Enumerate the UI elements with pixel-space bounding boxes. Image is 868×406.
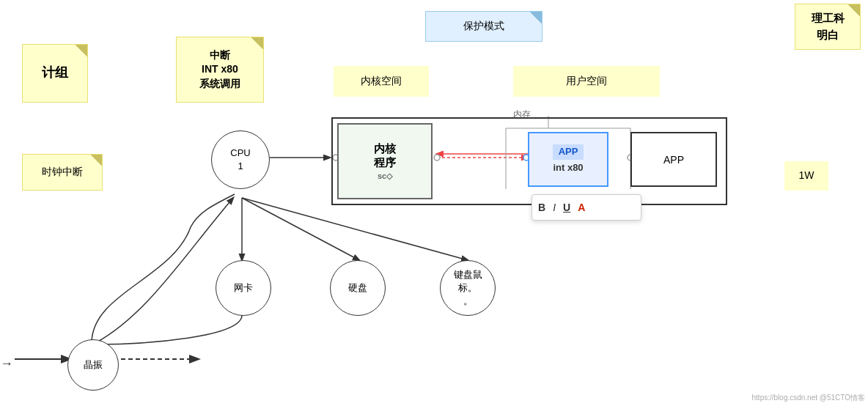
protect-mode-note: 保护模式 <box>425 11 542 42</box>
clock-interrupt-note: 时钟中断 <box>22 154 103 191</box>
kernel-space-note: 内核空间 <box>334 66 429 97</box>
color-button[interactable]: A <box>578 202 585 213</box>
underline-button[interactable]: U <box>563 202 570 213</box>
harddisk-circle: 硬盘 <box>330 260 386 316</box>
svg-line-15 <box>242 198 468 260</box>
keyboard-circle: 键盘鼠 标。 。 <box>440 260 496 316</box>
app-selected-box[interactable]: APP int x80 <box>528 132 608 187</box>
bold-button[interactable]: B <box>538 202 545 213</box>
label-1w: 1W <box>784 161 828 191</box>
jizhong-note: 计组 <box>22 44 88 103</box>
cpu-circle: CPU1 <box>211 130 270 189</box>
text-toolbar: B I U A <box>532 194 641 221</box>
kernel-program-box: 内核程序 sc◇ <box>337 123 433 199</box>
app-selected-line2: int x80 <box>553 161 583 174</box>
top-right-note: 理工科 明白 <box>795 4 861 50</box>
crystal-circle: 晶振 <box>67 339 119 391</box>
svg-line-14 <box>242 198 359 260</box>
app-selected-line1: APP <box>553 144 583 159</box>
netcard-circle: 网卡 <box>216 260 271 316</box>
watermark: https://blog.csdn.net @51CTO情客 <box>752 393 865 403</box>
italic-button[interactable]: I <box>553 202 556 213</box>
interrupt-note: 中断 INT x80 系统调用 <box>176 37 264 103</box>
left-arrow-indicator: → <box>0 356 13 372</box>
app-normal-box: APP <box>630 132 717 187</box>
user-space-note: 用户空间 <box>513 66 660 97</box>
